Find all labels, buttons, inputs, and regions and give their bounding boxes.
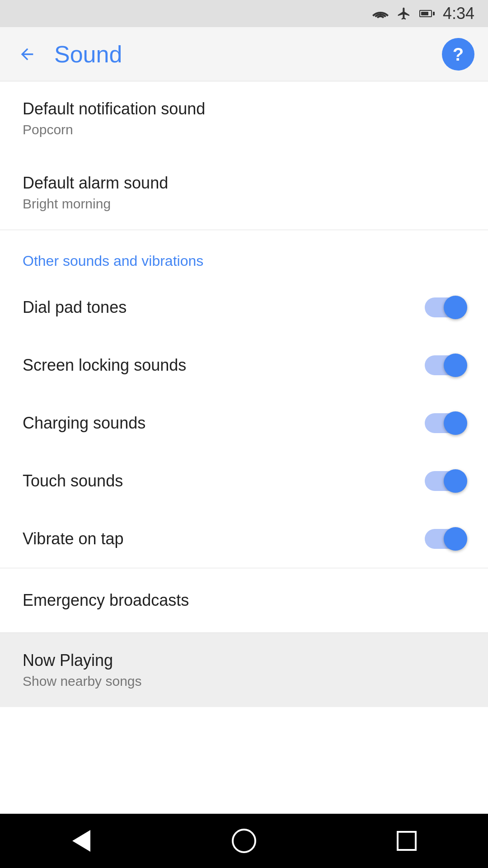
nav-home-button[interactable] [221, 823, 267, 859]
dial-pad-tones-item[interactable]: Dial pad tones [0, 278, 488, 336]
other-sounds-label: Other sounds and vibrations [23, 253, 203, 269]
vibrate-on-tap-label: Vibrate on tap [23, 529, 425, 548]
page-title: Sound [54, 41, 442, 68]
touch-sounds-toggle[interactable] [425, 471, 465, 491]
nav-back-icon [72, 830, 90, 852]
battery-icon [419, 10, 435, 17]
emergency-broadcasts-item[interactable]: Emergency broadcasts [0, 568, 488, 632]
charging-sounds-toggle[interactable] [425, 413, 465, 433]
notification-sound-value: Popcorn [23, 122, 465, 137]
vibrate-on-tap-knob [444, 527, 467, 551]
status-time: 4:34 [443, 4, 474, 23]
dial-pad-tones-toggle[interactable] [425, 297, 465, 317]
screen-locking-sounds-label: Screen locking sounds [23, 356, 425, 375]
screen-locking-sounds-toggle[interactable] [425, 355, 465, 375]
screen-locking-sounds-knob [444, 354, 467, 377]
nav-bar [0, 814, 488, 868]
touch-sounds-item[interactable]: Touch sounds [0, 452, 488, 510]
charging-sounds-item[interactable]: Charging sounds [0, 394, 488, 452]
nav-recents-icon [397, 831, 417, 851]
app-bar: Sound ? [0, 27, 488, 81]
now-playing-subtitle: Show nearby songs [23, 674, 465, 689]
other-sounds-header: Other sounds and vibrations [0, 230, 488, 278]
help-icon: ? [453, 45, 464, 63]
nav-home-icon [232, 829, 256, 853]
wifi-icon [372, 7, 389, 20]
status-bar: 4:34 [0, 0, 488, 27]
alarm-sound-item[interactable]: Default alarm sound Bright morning [0, 156, 488, 230]
alarm-sound-title: Default alarm sound [23, 174, 465, 193]
airplane-icon [397, 6, 411, 21]
now-playing-item[interactable]: Now Playing Show nearby songs [0, 633, 488, 707]
charging-sounds-label: Charging sounds [23, 414, 425, 433]
dial-pad-tones-label: Dial pad tones [23, 298, 425, 317]
nav-back-button[interactable] [59, 823, 104, 859]
dial-pad-tones-knob [444, 296, 467, 319]
emergency-broadcasts-title: Emergency broadcasts [23, 591, 465, 610]
notification-sound-item[interactable]: Default notification sound Popcorn [0, 81, 488, 156]
back-button[interactable] [14, 41, 41, 68]
main-content: Default notification sound Popcorn Defau… [0, 81, 488, 814]
touch-sounds-knob [444, 469, 467, 493]
nav-recents-button[interactable] [384, 823, 429, 859]
vibrate-on-tap-toggle[interactable] [425, 529, 465, 549]
now-playing-title: Now Playing [23, 651, 465, 670]
status-icons: 4:34 [372, 4, 474, 23]
screen-locking-sounds-item[interactable]: Screen locking sounds [0, 336, 488, 394]
touch-sounds-label: Touch sounds [23, 472, 425, 491]
vibrate-on-tap-item[interactable]: Vibrate on tap [0, 510, 488, 568]
notification-sound-title: Default notification sound [23, 99, 465, 118]
alarm-sound-value: Bright morning [23, 196, 465, 212]
charging-sounds-knob [444, 411, 467, 435]
help-button[interactable]: ? [442, 38, 474, 71]
